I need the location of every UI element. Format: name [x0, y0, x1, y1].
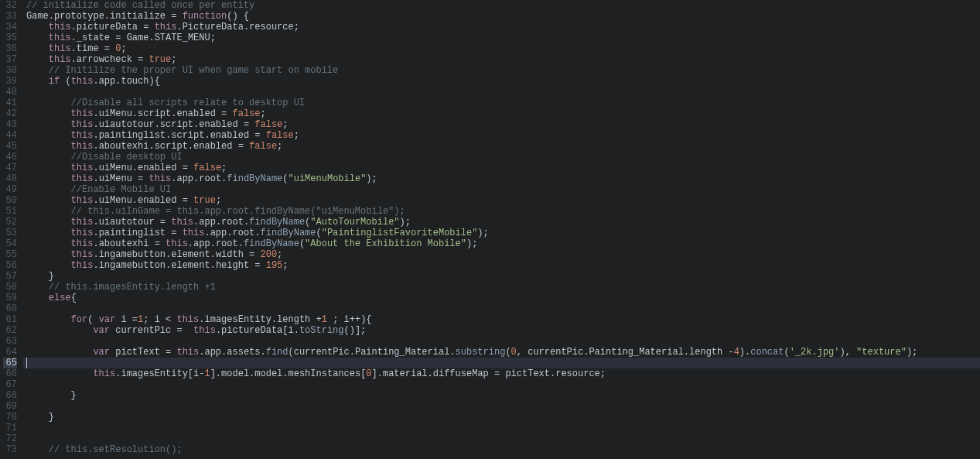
line-number[interactable]: 71	[3, 423, 17, 433]
line-number[interactable]: 38	[3, 65, 17, 76]
line-number[interactable]: 40	[3, 87, 17, 98]
line-number[interactable]: 73	[3, 444, 17, 455]
line-number[interactable]: 66	[3, 368, 17, 379]
token-prop: uiMenu	[99, 163, 132, 173]
line-number[interactable]: 58	[3, 282, 17, 293]
line-number[interactable]: 70	[3, 412, 17, 423]
token-fn: findByName	[261, 228, 316, 238]
code-line[interactable]	[23, 401, 980, 412]
code-area[interactable]: // initialize code called once per entit…	[23, 0, 980, 459]
line-number[interactable]: 43	[3, 119, 17, 130]
code-line[interactable]: }	[23, 390, 980, 401]
code-line[interactable]: this.paintinglist.script.enabled = false…	[23, 130, 980, 141]
line-number[interactable]: 56	[3, 260, 17, 271]
line-number[interactable]: 55	[3, 249, 17, 260]
code-line[interactable]	[23, 358, 980, 368]
code-line[interactable]: this._state = Game.STATE_MENU;	[23, 33, 980, 43]
line-number[interactable]: 48	[3, 173, 17, 184]
code-line[interactable]: this.paintinglist = this.app.root.findBy…	[23, 228, 980, 238]
line-number[interactable]: 63	[3, 336, 17, 347]
token-prop: uiautotour	[99, 119, 155, 130]
line-number[interactable]: 51	[3, 206, 17, 217]
line-number[interactable]: 42	[3, 108, 17, 119]
line-number[interactable]: 60	[3, 303, 17, 314]
code-line[interactable]: this.uiautotour = this.app.root.findByNa…	[23, 217, 980, 228]
line-number[interactable]: 59	[3, 293, 17, 303]
line-number[interactable]: 39	[3, 76, 17, 87]
line-number[interactable]: 32	[3, 0, 17, 11]
line-number[interactable]: 33	[3, 11, 17, 22]
code-editor[interactable]: 3233343536373839404142434445464748495051…	[0, 0, 980, 459]
line-number[interactable]: 68	[3, 390, 17, 401]
code-line[interactable]: // this.imagesEntity.length +1	[23, 282, 980, 293]
code-line[interactable]: this.pictureData = this.PictureData.reso…	[23, 22, 980, 33]
code-line[interactable]: for( var i =1; i < this.imagesEntity.len…	[23, 314, 980, 325]
line-number[interactable]: 53	[3, 228, 17, 238]
line-number[interactable]: 45	[3, 141, 17, 152]
line-number[interactable]: 36	[3, 43, 17, 54]
token-str: "uiMenuMobile"	[289, 173, 367, 184]
code-line[interactable]: this.arrowcheck = true;	[23, 54, 980, 65]
code-line[interactable]: this.ingamebutton.element.height = 195;	[23, 260, 980, 271]
line-number[interactable]: 67	[3, 379, 17, 390]
code-line[interactable]: else{	[23, 293, 980, 303]
code-line[interactable]: var pictText = this.app.assets.find(curr…	[23, 347, 980, 358]
code-line[interactable]: if (this.app.touch){	[23, 76, 980, 87]
line-number[interactable]: 62	[3, 325, 17, 336]
token-self: this	[176, 347, 199, 358]
code-line[interactable]: this.time = 0;	[23, 43, 980, 54]
code-line[interactable]	[23, 87, 980, 98]
code-line[interactable]: // Initilize the proper UI when game sta…	[23, 65, 980, 76]
token-op	[26, 76, 49, 87]
line-number[interactable]: 69	[3, 401, 17, 412]
code-line[interactable]	[23, 303, 980, 314]
code-line[interactable]	[23, 336, 980, 347]
token-id: pictText	[115, 347, 160, 358]
code-line[interactable]: this.ingamebutton.element.width = 200;	[23, 249, 980, 260]
code-line[interactable]: }	[23, 412, 980, 423]
line-number-gutter[interactable]: 3233343536373839404142434445464748495051…	[0, 0, 23, 459]
code-line[interactable]: }	[23, 271, 980, 282]
token-op: }	[26, 271, 54, 282]
line-number[interactable]: 34	[3, 22, 17, 33]
token-op: ++){	[350, 314, 372, 325]
code-line[interactable]	[23, 433, 980, 444]
line-number[interactable]: 41	[3, 98, 17, 108]
code-line[interactable]: //Disable desktop UI	[23, 152, 980, 163]
line-number[interactable]: 72	[3, 433, 17, 444]
token-prop: enabled	[176, 108, 215, 119]
code-line[interactable]: //Enable Mobile UI	[23, 184, 980, 195]
line-number[interactable]: 46	[3, 152, 17, 163]
token-prop: pictureData	[77, 22, 138, 33]
code-line[interactable]: this.uiMenu.enabled = true;	[23, 195, 980, 206]
line-number[interactable]: 47	[3, 163, 17, 173]
line-number[interactable]: 65	[3, 358, 17, 368]
code-line[interactable]: Game.prototype.initialize = function() {	[23, 11, 980, 22]
line-number[interactable]: 37	[3, 54, 17, 65]
token-prop: assets	[227, 347, 260, 358]
code-line[interactable]: this.imagesEntity[i-1].model.model.meshI…	[23, 368, 980, 379]
code-line[interactable]: this.uiMenu.script.enabled = false;	[23, 108, 980, 119]
code-line[interactable]: this.uiMenu.enabled = false;	[23, 163, 980, 173]
line-number[interactable]: 57	[3, 271, 17, 282]
code-line[interactable]	[23, 423, 980, 433]
line-number[interactable]: 49	[3, 184, 17, 195]
code-line[interactable]: this.aboutexhi = this.app.root.findByNam…	[23, 238, 980, 249]
code-line[interactable]: // this.setResolution();	[23, 444, 980, 455]
line-number[interactable]: 54	[3, 238, 17, 249]
code-line[interactable]: this.uiMenu = this.app.root.findByName("…	[23, 173, 980, 184]
code-line[interactable]: // initialize code called once per entit…	[23, 0, 980, 11]
code-line[interactable]: //Disable all scripts relate to desktop …	[23, 98, 980, 108]
line-number[interactable]: 52	[3, 217, 17, 228]
line-number[interactable]: 64	[3, 347, 17, 358]
line-number[interactable]: 35	[3, 33, 17, 43]
token-op	[26, 238, 71, 249]
line-number[interactable]: 61	[3, 314, 17, 325]
line-number[interactable]: 50	[3, 195, 17, 206]
code-line[interactable]: // this.uiInGame = this.app.root.findByN…	[23, 206, 980, 217]
code-line[interactable]: var currentPic = this.pictureData[i.toSt…	[23, 325, 980, 336]
code-line[interactable]: this.aboutexhi.script.enabled = false;	[23, 141, 980, 152]
code-line[interactable]: this.uiautotour.script.enabled = false;	[23, 119, 980, 130]
line-number[interactable]: 44	[3, 130, 17, 141]
code-line[interactable]	[23, 379, 980, 390]
